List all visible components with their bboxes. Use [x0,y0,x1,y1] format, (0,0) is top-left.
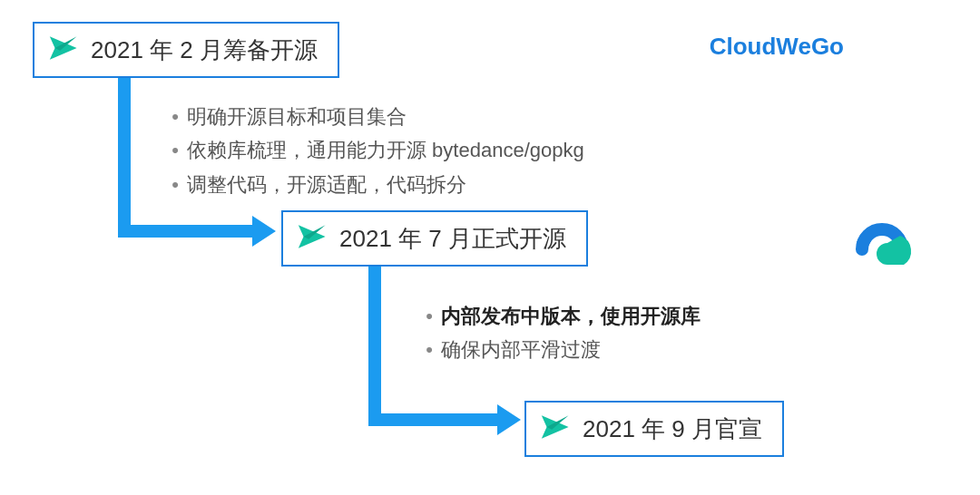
milestone-title: 2021 年 7 月正式开源 [339,223,566,255]
paper-plane-icon [47,33,78,67]
list-item: •明确开源目标和项目集合 [163,100,584,133]
milestone-2-bullets: •内部发布中版本，使用开源库 •确保内部平滑过渡 [417,299,701,367]
milestone-box-3: 2021 年 9 月官宣 [524,401,784,457]
milestone-title: 2021 年 9 月官宣 [583,413,762,445]
paper-plane-icon [296,221,327,256]
list-item: •确保内部平滑过渡 [417,333,701,366]
paper-plane-icon [539,412,570,446]
list-item: •内部发布中版本，使用开源库 [417,299,701,333]
brand-title: CloudWeGo [710,33,844,61]
milestone-box-1: 2021 年 2 月筹备开源 [33,22,339,78]
list-item: •依赖库梳理，通用能力开源 bytedance/gopkg [163,133,584,167]
cloudwego-logo [835,199,926,272]
milestone-title: 2021 年 2 月筹备开源 [91,34,318,66]
milestone-box-2: 2021 年 7 月正式开源 [281,210,588,267]
list-item: •调整代码，开源适配，代码拆分 [163,168,584,201]
milestone-1-bullets: •明确开源目标和项目集合 •依赖库梳理，通用能力开源 bytedance/gop… [163,100,584,201]
